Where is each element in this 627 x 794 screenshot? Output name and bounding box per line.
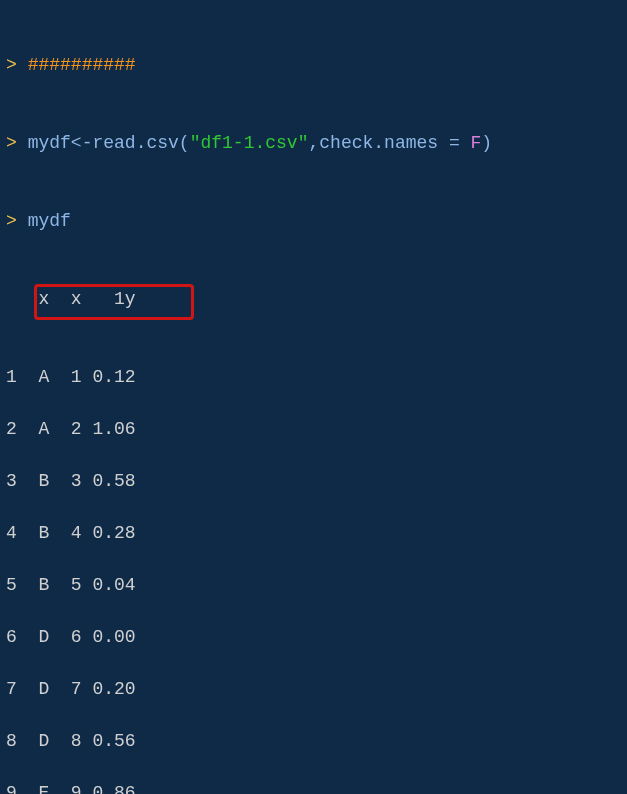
output-row: 9 E 9 0.86 <box>6 780 621 794</box>
line-cmd1: > mydf<-read.csv("df1-1.csv",check.names… <box>6 130 621 156</box>
output-row: 1 A 1 0.12 <box>6 364 621 390</box>
output-row: 6 D 6 0.00 <box>6 624 621 650</box>
code-text: ,check.names = <box>308 133 470 153</box>
output-text: 2 A 2 1.06 <box>6 419 136 439</box>
code-text: mydf<-read.csv( <box>28 133 190 153</box>
output-text: 7 D 7 0.20 <box>6 679 136 699</box>
comment-text: ########## <box>28 55 136 75</box>
output-text: 4 B 4 0.28 <box>6 523 136 543</box>
output-row: 5 B 5 0.04 <box>6 572 621 598</box>
prompt-symbol: > <box>6 133 17 153</box>
line-header1: x x 1y <box>6 286 621 312</box>
output-row: 3 B 3 0.58 <box>6 468 621 494</box>
r-console[interactable]: > ########## > mydf<-read.csv("df1-1.csv… <box>0 0 627 794</box>
output-row: 7 D 7 0.20 <box>6 676 621 702</box>
line-cmd2: > mydf <box>6 208 621 234</box>
logical-text: F <box>471 133 482 153</box>
prompt-symbol: > <box>6 211 17 231</box>
output-text: 5 B 5 0.04 <box>6 575 136 595</box>
prompt-symbol: > <box>6 55 17 75</box>
line-hash1: > ########## <box>6 52 621 78</box>
output-row: 8 D 8 0.56 <box>6 728 621 754</box>
output-row: 2 A 2 1.06 <box>6 416 621 442</box>
output-text: 8 D 8 0.56 <box>6 731 136 751</box>
string-text: "df1-1.csv" <box>190 133 309 153</box>
code-text: mydf <box>28 211 71 231</box>
code-text: ) <box>481 133 492 153</box>
output-text: 6 D 6 0.00 <box>6 627 136 647</box>
output-text: 1 A 1 0.12 <box>6 367 136 387</box>
output-row: 4 B 4 0.28 <box>6 520 621 546</box>
output-text: 9 E 9 0.86 <box>6 783 136 794</box>
output-text: x x 1y <box>6 289 136 309</box>
output-text: 3 B 3 0.58 <box>6 471 136 491</box>
